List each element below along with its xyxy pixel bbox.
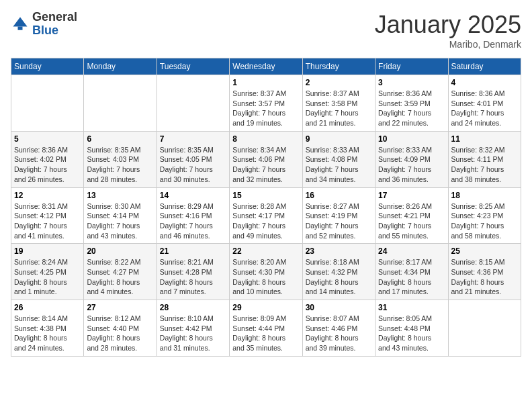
day-info: Sunrise: 8:27 AM Sunset: 4:19 PM Dayligh… [306, 201, 372, 241]
day-number: 3 [378, 78, 445, 87]
calendar-cell: 3Sunrise: 8:36 AM Sunset: 3:59 PM Daylig… [375, 75, 448, 132]
day-number: 15 [232, 191, 299, 200]
calendar-cell: 23Sunrise: 8:18 AM Sunset: 4:32 PM Dayli… [302, 244, 375, 300]
calendar-cell: 5Sunrise: 8:36 AM Sunset: 4:02 PM Daylig… [11, 131, 84, 187]
calendar-cell: 17Sunrise: 8:26 AM Sunset: 4:21 PM Dayli… [375, 187, 448, 244]
day-info: Sunrise: 8:25 AM Sunset: 4:23 PM Dayligh… [451, 201, 518, 241]
day-number: 7 [160, 134, 226, 144]
calendar-cell: 4Sunrise: 8:36 AM Sunset: 4:01 PM Daylig… [448, 75, 521, 132]
weekday-header-monday: Monday [84, 58, 157, 75]
day-number: 11 [451, 134, 518, 144]
day-info: Sunrise: 8:36 AM Sunset: 4:02 PM Dayligh… [14, 145, 81, 185]
day-number: 23 [306, 246, 372, 256]
day-info: Sunrise: 8:26 AM Sunset: 4:21 PM Dayligh… [378, 201, 445, 241]
calendar-cell: 30Sunrise: 8:07 AM Sunset: 4:46 PM Dayli… [302, 300, 375, 357]
day-number: 24 [378, 246, 445, 256]
day-info: Sunrise: 8:14 AM Sunset: 4:38 PM Dayligh… [14, 314, 81, 353]
day-info: Sunrise: 8:34 AM Sunset: 4:06 PM Dayligh… [232, 145, 299, 185]
day-info: Sunrise: 8:07 AM Sunset: 4:46 PM Dayligh… [306, 314, 372, 353]
calendar-cell: 22Sunrise: 8:20 AM Sunset: 4:30 PM Dayli… [230, 244, 302, 300]
week-row-4: 19Sunrise: 8:24 AM Sunset: 4:25 PM Dayli… [11, 244, 521, 300]
calendar-cell [448, 300, 521, 357]
day-info: Sunrise: 8:05 AM Sunset: 4:48 PM Dayligh… [378, 314, 445, 353]
calendar-cell: 1Sunrise: 8:37 AM Sunset: 3:57 PM Daylig… [230, 75, 302, 132]
svg-rect-1 [18, 26, 23, 30]
calendar-cell [11, 75, 84, 132]
calendar-cell: 25Sunrise: 8:15 AM Sunset: 4:36 PM Dayli… [448, 244, 521, 300]
calendar-cell: 15Sunrise: 8:28 AM Sunset: 4:17 PM Dayli… [230, 187, 302, 244]
day-number: 30 [306, 303, 372, 312]
calendar-cell: 7Sunrise: 8:35 AM Sunset: 4:05 PM Daylig… [157, 131, 229, 187]
day-number: 29 [232, 303, 299, 312]
logo-blue-text: Blue [32, 24, 77, 38]
weekday-header-row: SundayMondayTuesdayWednesdayThursdayFrid… [11, 58, 521, 75]
day-number: 2 [306, 78, 372, 87]
day-info: Sunrise: 8:35 AM Sunset: 4:05 PM Dayligh… [160, 145, 226, 185]
day-info: Sunrise: 8:33 AM Sunset: 4:09 PM Dayligh… [378, 145, 445, 185]
calendar-cell: 21Sunrise: 8:21 AM Sunset: 4:28 PM Dayli… [157, 244, 229, 300]
day-number: 22 [232, 246, 299, 256]
week-row-1: 1Sunrise: 8:37 AM Sunset: 3:57 PM Daylig… [11, 75, 521, 132]
logo-general-text: General [32, 11, 77, 24]
day-number: 28 [160, 303, 226, 312]
day-info: Sunrise: 8:28 AM Sunset: 4:17 PM Dayligh… [232, 201, 299, 241]
day-info: Sunrise: 8:09 AM Sunset: 4:44 PM Dayligh… [232, 314, 299, 353]
day-number: 27 [87, 303, 153, 312]
day-info: Sunrise: 8:37 AM Sunset: 3:58 PM Dayligh… [306, 89, 372, 128]
calendar-cell: 26Sunrise: 8:14 AM Sunset: 4:38 PM Dayli… [11, 300, 84, 357]
calendar-cell: 12Sunrise: 8:31 AM Sunset: 4:12 PM Dayli… [11, 187, 84, 244]
day-number: 20 [87, 246, 153, 256]
calendar-cell [157, 75, 229, 132]
month-title: January 2025 [375, 11, 521, 39]
day-info: Sunrise: 8:18 AM Sunset: 4:32 PM Dayligh… [306, 257, 372, 297]
day-info: Sunrise: 8:35 AM Sunset: 4:03 PM Dayligh… [87, 145, 153, 185]
page-header: General Blue January 2025 Maribo, Denmar… [11, 11, 521, 50]
day-number: 8 [232, 134, 299, 144]
week-row-2: 5Sunrise: 8:36 AM Sunset: 4:02 PM Daylig… [11, 131, 521, 187]
location-subtitle: Maribo, Denmark [375, 39, 521, 50]
day-info: Sunrise: 8:17 AM Sunset: 4:34 PM Dayligh… [378, 257, 445, 297]
day-info: Sunrise: 8:37 AM Sunset: 3:57 PM Dayligh… [232, 89, 299, 128]
day-info: Sunrise: 8:12 AM Sunset: 4:40 PM Dayligh… [87, 314, 153, 353]
day-number: 12 [14, 191, 81, 200]
day-number: 25 [451, 246, 518, 256]
week-row-5: 26Sunrise: 8:14 AM Sunset: 4:38 PM Dayli… [11, 300, 521, 357]
day-number: 17 [378, 191, 445, 200]
calendar-cell: 19Sunrise: 8:24 AM Sunset: 4:25 PM Dayli… [11, 244, 84, 300]
logo-icon [11, 15, 30, 34]
logo: General Blue [11, 11, 77, 38]
day-info: Sunrise: 8:10 AM Sunset: 4:42 PM Dayligh… [160, 314, 226, 353]
day-info: Sunrise: 8:31 AM Sunset: 4:12 PM Dayligh… [14, 201, 81, 241]
calendar-cell: 9Sunrise: 8:33 AM Sunset: 4:08 PM Daylig… [302, 131, 375, 187]
calendar-cell: 27Sunrise: 8:12 AM Sunset: 4:40 PM Dayli… [84, 300, 157, 357]
day-info: Sunrise: 8:32 AM Sunset: 4:11 PM Dayligh… [451, 145, 518, 185]
weekday-header-saturday: Saturday [448, 58, 521, 75]
day-info: Sunrise: 8:20 AM Sunset: 4:30 PM Dayligh… [232, 257, 299, 297]
calendar-cell: 2Sunrise: 8:37 AM Sunset: 3:58 PM Daylig… [302, 75, 375, 132]
day-number: 21 [160, 246, 226, 256]
calendar-cell: 24Sunrise: 8:17 AM Sunset: 4:34 PM Dayli… [375, 244, 448, 300]
day-info: Sunrise: 8:30 AM Sunset: 4:14 PM Dayligh… [87, 201, 153, 241]
day-info: Sunrise: 8:24 AM Sunset: 4:25 PM Dayligh… [14, 257, 81, 297]
day-info: Sunrise: 8:22 AM Sunset: 4:27 PM Dayligh… [87, 257, 153, 297]
day-info: Sunrise: 8:21 AM Sunset: 4:28 PM Dayligh… [160, 257, 226, 297]
weekday-header-tuesday: Tuesday [157, 58, 229, 75]
calendar-cell: 29Sunrise: 8:09 AM Sunset: 4:44 PM Dayli… [230, 300, 302, 357]
weekday-header-sunday: Sunday [11, 58, 84, 75]
day-number: 4 [451, 78, 518, 87]
logo-text: General Blue [32, 11, 77, 38]
day-number: 14 [160, 191, 226, 200]
day-info: Sunrise: 8:29 AM Sunset: 4:16 PM Dayligh… [160, 201, 226, 241]
calendar-cell: 11Sunrise: 8:32 AM Sunset: 4:11 PM Dayli… [448, 131, 521, 187]
calendar-cell: 20Sunrise: 8:22 AM Sunset: 4:27 PM Dayli… [84, 244, 157, 300]
day-info: Sunrise: 8:36 AM Sunset: 3:59 PM Dayligh… [378, 89, 445, 128]
svg-marker-0 [13, 17, 28, 26]
day-number: 26 [14, 303, 81, 312]
day-number: 5 [14, 134, 81, 144]
calendar-cell [84, 75, 157, 132]
weekday-header-friday: Friday [375, 58, 448, 75]
week-row-3: 12Sunrise: 8:31 AM Sunset: 4:12 PM Dayli… [11, 187, 521, 244]
day-number: 19 [14, 246, 81, 256]
day-number: 13 [87, 191, 153, 200]
calendar-cell: 28Sunrise: 8:10 AM Sunset: 4:42 PM Dayli… [157, 300, 229, 357]
